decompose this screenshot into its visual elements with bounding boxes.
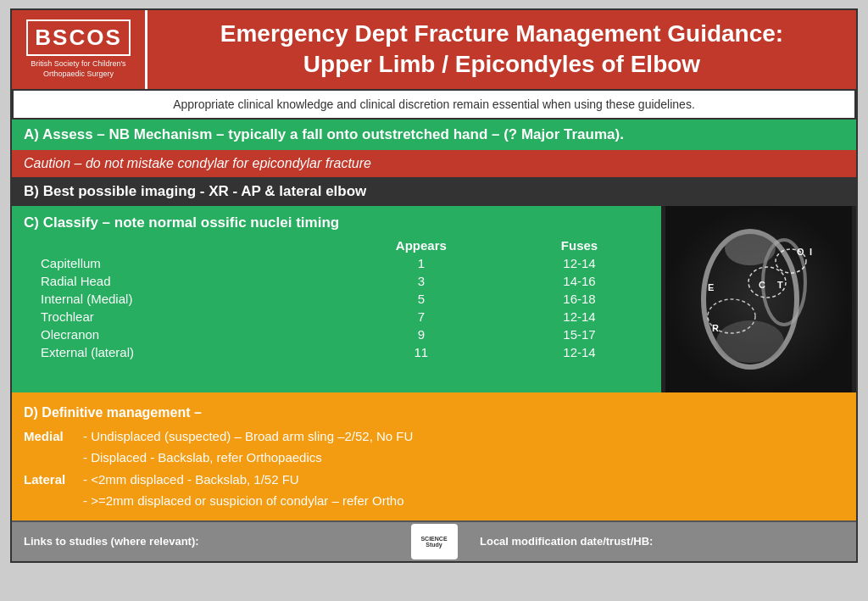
section-caution: Caution – do not mistake condylar for ep… (12, 150, 856, 177)
nuclei-name: Internal (Medial) (24, 290, 333, 308)
table-row: Olecranon915-17 (24, 326, 649, 343)
nuclei-appears: 7 (333, 308, 509, 326)
section-a-text: A) Assess – NB Mechanism – typically a f… (24, 126, 624, 142)
nuclei-name: Trochlear (24, 308, 333, 326)
ossific-nuclei-table: Appears Fuses Capitellum112-14Radial Hea… (24, 237, 649, 361)
nuclei-name: Radial Head (24, 272, 333, 290)
nuclei-name: External (lateral) (24, 343, 333, 361)
medial-row-1: Medial - Undisplaced (suspected) – Broad… (24, 426, 844, 448)
xray-svg: O I E C T R (665, 206, 852, 392)
nuclei-fuses: 14-16 (509, 272, 649, 290)
section-c-container: C) Classify – note normal ossific nuclei… (12, 206, 856, 392)
nuclei-appears: 5 (333, 290, 509, 308)
disclaimer-bar: Appropriate clinical knowledge and clini… (12, 89, 856, 120)
nuclei-appears: 3 (333, 272, 509, 290)
nuclei-appears: 9 (333, 326, 509, 343)
footer: Links to studies (where relevant): SCIEN… (12, 520, 856, 561)
lateral-label: Lateral (24, 469, 83, 491)
footer-science-icon: SCIENCE Study (400, 524, 468, 559)
section-b-text: B) Best possible imaging - XR - AP & lat… (24, 183, 366, 199)
disclaimer-text: Appropriate clinical knowledge and clini… (173, 97, 695, 111)
table-row: Radial Head314-16 (24, 272, 649, 290)
section-d-title: D) Definitive management – (24, 401, 844, 424)
logo-box: BSCOS (26, 19, 130, 56)
col-header-name (24, 237, 333, 254)
xray-image-panel: O I E C T R (661, 206, 856, 392)
logo-subtitle: British Society for Children's Orthopaed… (31, 59, 125, 79)
medial-line1: - Undisplaced (suspected) – Broad arm sl… (83, 426, 844, 448)
section-b: B) Best possible imaging - XR - AP & lat… (12, 177, 856, 206)
nuclei-name: Capitellum (24, 254, 333, 272)
nuclei-fuses: 16-18 (509, 290, 649, 308)
section-c-title: C) Classify – note normal ossific nuclei… (24, 214, 649, 231)
section-a: A) Assess – NB Mechanism – typically a f… (12, 120, 856, 150)
nuclei-fuses: 12-14 (509, 343, 649, 361)
svg-text:E: E (708, 282, 714, 292)
science-study-logo: SCIENCE Study (411, 524, 458, 559)
col-header-appears: Appears (333, 237, 509, 254)
nuclei-fuses: 15-17 (509, 326, 649, 343)
lateral-row-1: Lateral - <2mm displaced - Backslab, 1/5… (24, 469, 844, 491)
svg-text:T: T (777, 280, 783, 290)
nuclei-appears: 1 (333, 254, 509, 272)
header: BSCOS British Society for Children's Ort… (12, 10, 856, 89)
footer-links-label: Links to studies (where relevant): (12, 528, 400, 554)
nuclei-name: Olecranon (24, 326, 333, 343)
main-container: BSCOS British Society for Children's Ort… (10, 8, 858, 563)
nuclei-fuses: 12-14 (509, 254, 649, 272)
lateral-line2: - >=2mm displaced or suspicion of condyl… (83, 493, 404, 508)
caution-text: Caution – do not mistake condylar for ep… (24, 156, 371, 170)
section-c-table: C) Classify – note normal ossific nuclei… (12, 206, 661, 392)
nuclei-fuses: 12-14 (509, 308, 649, 326)
logo-bscos: BSCOS (35, 25, 121, 51)
table-row: Trochlear712-14 (24, 308, 649, 326)
medial-line2: - Displaced - Backslab, refer Orthopaedi… (83, 450, 322, 465)
svg-text:O: O (797, 247, 804, 257)
xray-placeholder: O I E C T R (665, 206, 852, 392)
nuclei-appears: 11 (333, 343, 509, 361)
table-row: External (lateral)1112-14 (24, 343, 649, 361)
footer-modification-label: Local modification date/trust/HB: (468, 528, 856, 554)
svg-text:I: I (810, 247, 812, 257)
col-header-fuses: Fuses (509, 237, 649, 254)
table-row: Internal (Medial)516-18 (24, 290, 649, 308)
medial-row-2: - Displaced - Backslab, refer Orthopaedi… (24, 447, 844, 469)
header-title: Emergency Dept Fracture Management Guida… (147, 10, 856, 89)
table-row: Capitellum112-14 (24, 254, 649, 272)
medial-label: Medial (24, 426, 83, 448)
header-logo: BSCOS British Society for Children's Ort… (12, 10, 147, 89)
lateral-row-2: - >=2mm displaced or suspicion of condyl… (24, 490, 844, 512)
lateral-line1: - <2mm displaced - Backslab, 1/52 FU (83, 469, 844, 491)
svg-text:R: R (712, 323, 719, 333)
svg-text:C: C (759, 280, 765, 290)
page-title: Emergency Dept Fracture Management Guida… (220, 19, 783, 81)
svg-point-3 (725, 231, 776, 265)
section-d: D) Definitive management – Medial - Undi… (12, 392, 856, 520)
